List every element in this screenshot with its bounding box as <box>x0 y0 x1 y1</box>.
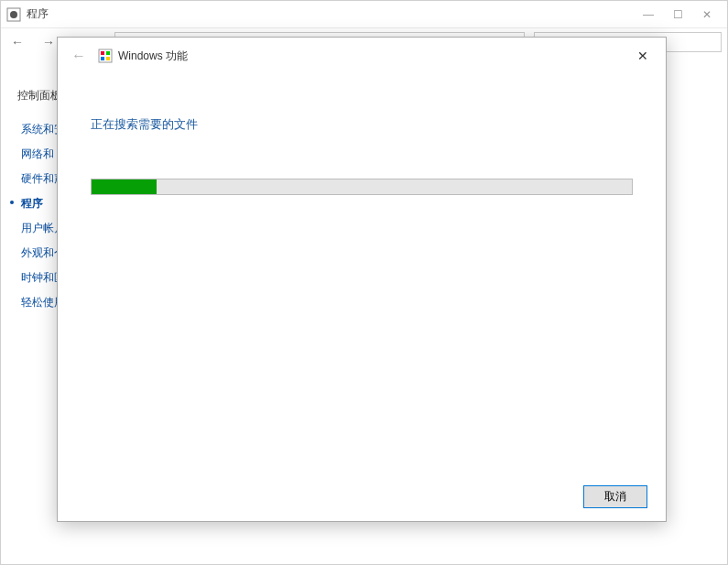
dialog-footer: 取消 <box>583 485 647 508</box>
dialog-title: Windows 功能 <box>118 49 188 64</box>
dialog-back-button: ← <box>67 44 91 68</box>
dialog-header: ← Windows 功能 ✕ <box>58 38 666 74</box>
progress-bar <box>91 179 633 195</box>
svg-point-1 <box>10 11 17 18</box>
window-controls: — ☐ ✕ <box>634 1 722 28</box>
titlebar[interactable]: 程序 — ☐ ✕ <box>1 1 727 28</box>
maximize-button[interactable]: ☐ <box>663 1 692 28</box>
dialog-close-button[interactable]: ✕ <box>629 42 657 70</box>
minimize-button[interactable]: — <box>634 1 663 28</box>
svg-rect-5 <box>101 57 104 60</box>
window-title: 程序 <box>27 6 634 22</box>
dialog-status-text: 正在搜索需要的文件 <box>91 116 633 133</box>
windows-features-icon <box>98 49 113 63</box>
app-icon <box>6 7 21 22</box>
close-button[interactable]: ✕ <box>692 1 722 28</box>
windows-features-dialog: ← Windows 功能 ✕ 正在搜索需要的文件 取消 <box>57 37 667 522</box>
svg-rect-6 <box>106 57 110 60</box>
svg-rect-4 <box>106 51 110 55</box>
progress-bar-fill <box>92 179 157 194</box>
svg-rect-3 <box>101 51 104 55</box>
cancel-button[interactable]: 取消 <box>583 485 647 508</box>
dialog-body: 正在搜索需要的文件 <box>58 74 666 195</box>
nav-back-button[interactable]: ← <box>6 31 28 53</box>
